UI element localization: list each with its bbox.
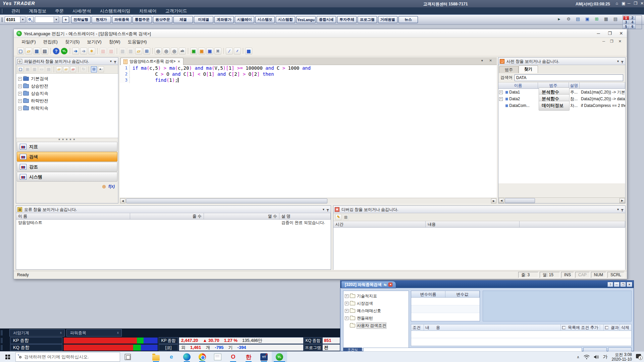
quick-button-뉴스[interactable]: 뉴스 — [398, 16, 418, 23]
expand-icon[interactable]: + — [345, 302, 348, 305]
quick-button-종합시세[interactable]: 종합시세 — [317, 16, 336, 23]
quick-button-투자주체[interactable]: 투자주체 — [337, 16, 357, 23]
debug-edit-icon[interactable]: ✎ — [335, 214, 341, 220]
editor-titlebar[interactable]: YL YesLanguage 편집기 - 예스트레이더 - [양음양테스트<종목… — [14, 29, 627, 38]
quick-button-현재가[interactable]: 현재가 — [92, 16, 111, 23]
code-line[interactable]: 3 find(1); — [120, 77, 497, 83]
mdi-window-controls[interactable]: ─ ❐ ✕ — [602, 39, 624, 44]
finder-title-tab[interactable]: [3202] 파워종목검색 ⇆ ✕ — [341, 281, 396, 288]
export-icon[interactable]: ▧ — [108, 48, 115, 55]
dict-search-input[interactable] — [515, 74, 623, 81]
finder-tree-기술적지표[interactable]: +기술적지표 — [345, 292, 409, 300]
menu-item-1[interactable]: 계좌정보 — [29, 8, 46, 14]
editor-minimize-button[interactable]: ─ — [593, 29, 604, 38]
col-time[interactable]: 시간 — [333, 221, 426, 227]
quick-button-계좌평가[interactable]: 계좌평가 — [214, 16, 234, 23]
checkbox-checked-icon[interactable]: ✓ — [562, 326, 566, 329]
quick-button-원샷주문[interactable]: 원샷주문 — [153, 16, 172, 23]
menu-item-3[interactable]: 시세/분석 — [72, 8, 91, 14]
dict-row-DataCom...[interactable]: ≣DataCom...데이터정보차...if DataCompress == 2… — [498, 102, 625, 109]
menubar-grip[interactable] — [2, 9, 3, 13]
menu-item-6[interactable]: 고객가이드 — [165, 8, 187, 14]
expand-icon[interactable]: + — [499, 90, 503, 94]
col-content[interactable]: 내용 — [426, 221, 520, 227]
tab-category[interactable]: 범주 — [499, 66, 519, 73]
verify-icon[interactable]: ✶ — [88, 48, 95, 55]
col-col[interactable]: 열 수 — [204, 213, 279, 219]
screen-monitor-icon[interactable]: ▣ — [584, 16, 591, 22]
menu-item-4[interactable]: 시스템트레이딩 — [100, 8, 130, 14]
quick-button-시뮬레이[interactable]: 시뮬레이 — [235, 16, 254, 23]
quick-button-시스템모[interactable]: 시스템모 — [255, 16, 275, 23]
capture-camera-icon[interactable]: ▦ — [602, 16, 610, 22]
tree-item-상승반전[interactable]: +상승반전 — [18, 82, 118, 90]
taskbar-clock[interactable]: 오전 3:08 2020-11-10 — [612, 352, 632, 362]
finder-tree-사용자 검색조건[interactable]: 사용자 검색조건 — [345, 322, 409, 329]
pin-icon[interactable]: ┳ — [327, 207, 329, 211]
chevron-down-icon[interactable]: ▾ — [617, 59, 619, 63]
doc-delete-icon[interactable]: ▤ — [46, 66, 52, 72]
expand-icon[interactable]: + — [499, 97, 503, 101]
tab-close-icon[interactable]: x — [60, 329, 62, 336]
quick-button-파워종목[interactable]: 파워종목 — [112, 16, 131, 23]
refresh-icon[interactable]: ↻ — [80, 66, 87, 72]
restore-icon[interactable]: ❐ — [620, 282, 626, 287]
start-button[interactable] — [0, 352, 15, 362]
quick-button-프로그램[interactable]: 프로그램 — [358, 16, 377, 23]
virtual-screen-6[interactable]: 6 — [629, 24, 636, 29]
taskbar-app-yeslanguage[interactable]: YL — [272, 352, 287, 362]
editor-maximize-button[interactable]: ❐ — [604, 29, 615, 38]
search-mode-icon[interactable]: ◎ — [102, 184, 106, 189]
settings-gear-icon[interactable]: ⚙ — [565, 16, 572, 22]
scroll-left-icon[interactable]: ◀ — [120, 198, 125, 203]
add-screen-button[interactable]: + — [62, 16, 69, 23]
row-grip[interactable] — [1, 345, 2, 350]
folder-open-icon[interactable]: ▱ — [63, 66, 69, 72]
chevron-down-icon[interactable]: ▼ — [20, 17, 25, 22]
finder-tree-시장검색[interactable]: +시장검색 — [345, 300, 409, 307]
taskbar-search[interactable]: 검색하려면 여기에 입력하십시오. — [15, 352, 120, 362]
copy-doc-icon[interactable]: ▥ — [32, 66, 38, 72]
taskbar-app-hancom[interactable]: 한 — [241, 352, 256, 362]
category-검색[interactable]: 검색 — [17, 152, 117, 162]
var-row[interactable] — [411, 298, 480, 305]
more-arrow-icon[interactable]: ▶ — [555, 16, 563, 22]
tree-item-상승지속[interactable]: +상승지속 — [18, 90, 118, 97]
finder-tree-캔들패턴[interactable]: +캔들패턴 — [345, 314, 409, 322]
taskbar-app-internet-explorer[interactable]: e — [164, 352, 179, 362]
quick-button-체결[interactable]: 체결 — [173, 16, 193, 23]
code-line[interactable]: 1if ma(c,5) > ma(c,20) and ma(V,5)[1] >=… — [120, 65, 497, 71]
checkbox-icon[interactable] — [605, 326, 608, 329]
task-view-icon[interactable] — [125, 354, 131, 360]
tabbar-controls[interactable]: ▾ ✕ — [481, 59, 495, 62]
row-grip[interactable] — [1, 338, 2, 343]
tree-item-하락반전[interactable]: +하락반전 — [18, 97, 118, 105]
col-condition[interactable]: 조건 — [411, 324, 424, 330]
virtual-screen-4[interactable]: 4 — [629, 20, 636, 24]
calculator-icon[interactable]: ▩ — [245, 48, 252, 55]
expand-icon[interactable]: + — [345, 309, 348, 313]
var-row[interactable] — [411, 313, 480, 321]
comment-icon[interactable]: ∕ — [226, 48, 233, 55]
close-button[interactable]: ✕ — [639, 1, 644, 6]
taskbar-app-yestrader[interactable]: YT — [256, 352, 272, 362]
tree-item-기본검색[interactable]: +기본검색 — [18, 75, 118, 82]
menu-item-0[interactable]: 관리 — [11, 8, 20, 14]
code-line[interactable]: 2 C > O and C[1] < O[1] and C[2] > O[2] … — [120, 71, 497, 77]
view-detail-icon[interactable]: ⊟ — [91, 66, 97, 72]
dict-hscrollbar[interactable]: ◀ ▶ — [498, 197, 625, 203]
file-panel-header[interactable]: ◎ 파일관리자 창을 보이거나 숨깁니다. ▾┳ — [16, 58, 118, 65]
virtual-screen-2[interactable]: 2 — [629, 16, 636, 20]
editor-menu-item[interactable]: 창(W) — [106, 38, 123, 46]
open-file-icon[interactable]: ▱ — [25, 48, 32, 55]
scroll-left-icon[interactable]: ◀ — [499, 198, 504, 203]
col-name[interactable]: 이 름 — [16, 213, 130, 219]
editor-hscrollbar[interactable]: ◀ ▶ — [120, 198, 497, 203]
tab-find[interactable]: 찾기 — [519, 65, 538, 73]
expand-icon[interactable]: + — [18, 107, 22, 110]
col-delete[interactable]: 삭제 — [620, 324, 631, 330]
tab-power-stock[interactable]: 파워종목x — [66, 329, 122, 337]
col-name[interactable]: 이름 — [498, 82, 538, 88]
kospi-row[interactable]: KP 종합 KP 종합 2,447.20 ▲ 30.70 1.27 % 135,… — [0, 337, 340, 344]
category-강조[interactable]: 강조 — [17, 162, 117, 172]
